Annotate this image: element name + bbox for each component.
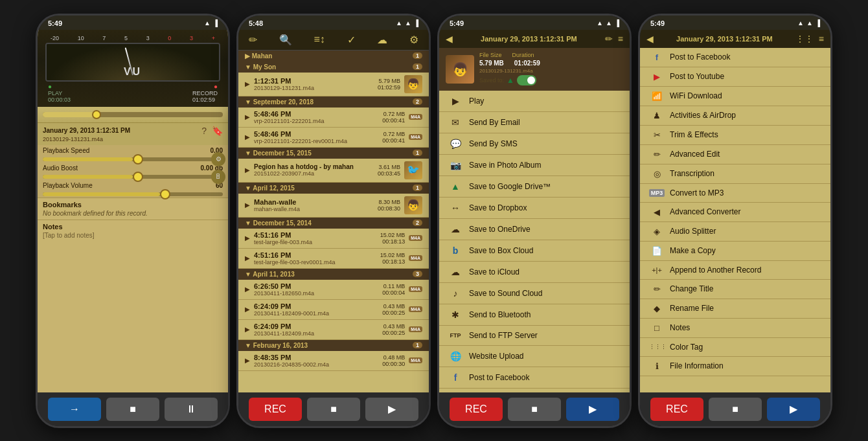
list-item[interactable]: ▶ 6:24:09 PM 20130411-182409.m4a 0.43 MB… bbox=[238, 320, 429, 340]
share-item-box[interactable]: b Save to Box Cloud bbox=[439, 240, 630, 262]
group-mahan[interactable]: ▶ Mahan 1 bbox=[238, 51, 429, 62]
more-item-rename[interactable]: ◆ Rename File bbox=[640, 299, 830, 319]
share-item-facebook[interactable]: f Post to Facebook bbox=[439, 367, 630, 389]
group-dec2014[interactable]: ▼ December 15, 2014 2 bbox=[238, 218, 429, 229]
more-item-wifi[interactable]: 📶 WiFi Download bbox=[640, 87, 830, 106]
more-item-colortag[interactable]: ⋮⋮⋮ Color Tag bbox=[640, 338, 830, 357]
share-item-onedrive[interactable]: ☁ Save to OneDrive bbox=[439, 219, 630, 240]
list-item[interactable]: ▶ 6:26:50 PM 20130411-182650.m4a 0.11 MB… bbox=[238, 280, 429, 300]
more-item-notes[interactable]: □ Notes bbox=[640, 319, 830, 338]
more-item-youtube[interactable]: ▶ Post to Youtube bbox=[640, 67, 830, 87]
list-icon-4[interactable]: ≡ bbox=[819, 34, 824, 44]
forward-button-1[interactable]: → bbox=[48, 398, 101, 421]
more-item-copy[interactable]: 📄 Make a Copy bbox=[640, 242, 830, 261]
edit-icon[interactable]: ✏ bbox=[249, 34, 257, 46]
back-button-4[interactable]: ◀ bbox=[646, 34, 654, 44]
soundcloud-icon-3: ♪ bbox=[448, 288, 463, 299]
search-icon[interactable]: 🔍 bbox=[279, 34, 292, 46]
group-sep2018[interactable]: ▼ September 20, 2018 2 bbox=[238, 96, 429, 107]
edit-icon-4[interactable]: ⋮⋮ bbox=[795, 34, 814, 44]
boost-thumb[interactable] bbox=[133, 172, 143, 182]
play-button-4[interactable]: ▶ bbox=[767, 398, 820, 421]
group-dec2015[interactable]: ▼ December 15, 2015 1 bbox=[238, 148, 429, 159]
list-item[interactable]: ▶ 4:51:16 PM test-large-file-003.m4a 15.… bbox=[238, 229, 429, 249]
more-item-changetitle[interactable]: ✏ Change Title bbox=[640, 280, 830, 299]
list-item[interactable]: ▶ 5:48:46 PM vrp-20121101-222201.m4a 0.7… bbox=[238, 107, 429, 128]
share-item-website[interactable]: 🌐 Website Upload bbox=[439, 346, 630, 367]
list-item[interactable]: ▶ 1:12:31 PM 20130129-131231.m4a 5.79 MB… bbox=[238, 73, 429, 96]
more-item-append[interactable]: +|+ Append to Another Record bbox=[640, 261, 830, 280]
group-feb2013[interactable]: ▼ February 16, 2013 1 bbox=[238, 340, 429, 351]
list-icon-3[interactable]: ≡ bbox=[618, 34, 623, 44]
more-item-splitter[interactable]: ◈ Audio Splitter bbox=[640, 222, 830, 242]
share-list-3[interactable]: ▶ Play ✉ Send By Email 💬 Send By SMS 📷 S… bbox=[439, 91, 630, 392]
speed-icon[interactable]: ⚙ bbox=[211, 152, 225, 166]
rec-button-3[interactable]: REC bbox=[450, 398, 503, 421]
audio-boost-slider[interactable]: 🎚 bbox=[38, 174, 228, 180]
back-button-3[interactable]: ◀ bbox=[446, 34, 453, 44]
edit-icon-3[interactable]: ✏ bbox=[605, 34, 613, 44]
share-item-sms[interactable]: 💬 Send By SMS bbox=[439, 133, 630, 155]
thumb-walle: 👦 bbox=[404, 196, 422, 214]
share-item-soundcloud[interactable]: ♪ Save to Sound Cloud bbox=[439, 283, 630, 304]
notes-section[interactable]: Notes [Tap to add notes] bbox=[38, 220, 228, 392]
stop-button-3[interactable]: ■ bbox=[508, 398, 561, 421]
list-toolbar[interactable]: ✏ 🔍 ≡↕ ✓ ☁ ⚙ bbox=[238, 30, 429, 51]
share-item-dropbox[interactable]: ↔ Save to Dropbox bbox=[439, 198, 630, 219]
play-button-3[interactable]: ▶ bbox=[566, 398, 619, 421]
help-icon[interactable]: ? bbox=[201, 126, 207, 136]
group-my-son[interactable]: ▼ My Son 1 bbox=[238, 62, 429, 73]
more-item-airdrop[interactable]: ♟ Activities & AirDrop bbox=[640, 106, 830, 126]
vol-thumb[interactable] bbox=[160, 189, 170, 199]
group-apr2015[interactable]: ▼ April 12, 2015 1 bbox=[238, 183, 429, 194]
progress-thumb[interactable] bbox=[92, 110, 101, 119]
list-item[interactable]: ▶ Pegion has a hotdog - by mahan 2015102… bbox=[238, 159, 429, 183]
info-action-icons[interactable]: ? 🔖 bbox=[201, 126, 223, 136]
rec-button-2[interactable]: REC bbox=[249, 398, 302, 421]
more-item-trim[interactable]: ✂ Trim & Effects bbox=[640, 126, 830, 145]
bookmark-icon[interactable]: 🔖 bbox=[212, 126, 223, 136]
share-item-gdrive[interactable]: ▲ Save to Google Drive™ bbox=[439, 176, 630, 198]
rec-button-4[interactable]: REC bbox=[650, 398, 703, 421]
list-item[interactable]: ▶ 4:51:16 PM test-large-file-003-rev0001… bbox=[238, 249, 429, 269]
more-item-advedit[interactable]: ✏ Advanced Edit bbox=[640, 145, 830, 164]
check-icon[interactable]: ✓ bbox=[347, 34, 356, 46]
stop-button-2[interactable]: ■ bbox=[307, 398, 360, 421]
progress-bar[interactable] bbox=[43, 112, 223, 117]
share-item-photo[interactable]: 📷 Save in Photo Album bbox=[439, 155, 630, 176]
list-item[interactable]: ▶ 5:48:46 PM vrp-20121101-222201-rev0001… bbox=[238, 128, 429, 148]
more-list-4[interactable]: f Post to Facebook ▶ Post to Youtube 📶 W… bbox=[640, 48, 830, 392]
progress-section[interactable] bbox=[38, 107, 228, 122]
list-item[interactable]: ▶ Mahan-walle mahan-walle.m4a 8.30 MB00:… bbox=[238, 194, 429, 218]
detail-header-3[interactable]: ◀ January 29, 2013 1:12:31 PM ✏ ≡ bbox=[439, 30, 630, 48]
recordings-list[interactable]: ▶ Mahan 1 ▼ My Son 1 ▶ 1:12:31 PM 201301… bbox=[238, 51, 429, 392]
more-item-mp3[interactable]: MP3 Convert to MP3 bbox=[640, 184, 830, 203]
playback-vol-slider[interactable] bbox=[38, 191, 228, 198]
share-item-ftp[interactable]: FTP Send to FTP Server bbox=[439, 326, 630, 346]
boost-icon[interactable]: 🎚 bbox=[211, 170, 225, 184]
more-item-fileinfo[interactable]: ℹ File Information bbox=[640, 357, 830, 376]
sort-icon[interactable]: ≡↕ bbox=[314, 34, 325, 45]
more-item-advconv[interactable]: ◀ Advanced Converter bbox=[640, 203, 830, 222]
group-apr2013[interactable]: ▼ April 11, 2013 3 bbox=[238, 269, 429, 280]
speed-thumb[interactable] bbox=[133, 154, 143, 164]
stop-button-1[interactable]: ■ bbox=[106, 398, 159, 421]
share-item-icloud[interactable]: ☁ Save to iCloud bbox=[439, 262, 630, 283]
share-item-bluetooth[interactable]: ✱ Send to Bluetooth bbox=[439, 304, 630, 326]
more-item-transcription[interactable]: ◎ Transcription bbox=[640, 164, 830, 184]
share-item-play[interactable]: ▶ Play bbox=[439, 91, 630, 112]
record-indicator: ● bbox=[214, 83, 218, 90]
play-button-2[interactable]: ▶ bbox=[365, 398, 418, 421]
settings-icon[interactable]: ⚙ bbox=[409, 34, 418, 46]
share-item-email[interactable]: ✉ Send By Email bbox=[439, 112, 630, 133]
playback-speed-slider[interactable]: ⚙ bbox=[38, 156, 228, 163]
save-toggle-3[interactable] bbox=[517, 75, 536, 85]
list-item[interactable]: ▶ 6:24:09 PM 20130411-182409-0001.m4a 0.… bbox=[238, 300, 429, 320]
pause-button-1[interactable]: ⏸ bbox=[165, 398, 218, 421]
stop-button-4[interactable]: ■ bbox=[709, 398, 762, 421]
more-item-facebook[interactable]: f Post to Facebook bbox=[640, 48, 830, 67]
cloud-icon[interactable]: ☁ bbox=[377, 34, 387, 46]
list-item[interactable]: ▶ 8:48:35 PM 20130216-204835-0002.m4a 0.… bbox=[238, 351, 429, 371]
detail-header-4[interactable]: ◀ January 29, 2013 1:12:31 PM ⋮⋮ ≡ bbox=[640, 30, 830, 48]
notes-placeholder[interactable]: [Tap to add notes] bbox=[43, 232, 223, 239]
